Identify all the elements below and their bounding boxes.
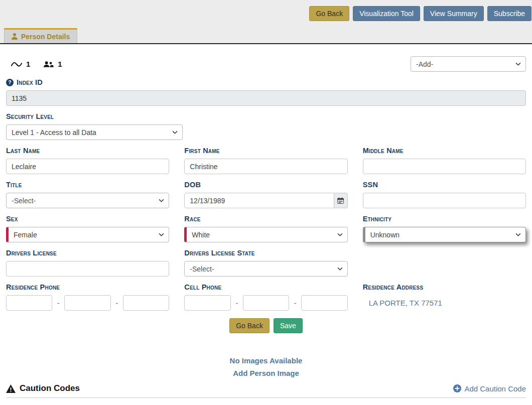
residence-phone-prefix-input[interactable] [64, 295, 110, 311]
race-select[interactable]: White [184, 227, 347, 242]
chevron-down-icon [337, 267, 343, 271]
bottom-divider [6, 397, 526, 398]
phone-address-row: Residence Phone - - Cell Phone - - [6, 277, 526, 311]
caution-codes-heading: Caution Codes [6, 383, 80, 393]
license-row: Drivers License Drivers License State -S… [6, 242, 526, 277]
activity-counter: 1 [11, 60, 30, 68]
people-group-icon [43, 61, 54, 68]
add-caution-code-link[interactable]: Add Caution Code [453, 384, 526, 393]
last-name-field: Last Name [6, 140, 169, 174]
ethnicity-value: Unknown [370, 231, 400, 239]
dob-input[interactable] [184, 193, 334, 208]
dob-label: DOB [184, 181, 347, 189]
empty-cell [363, 242, 526, 277]
title-select[interactable]: -Select- [6, 193, 169, 208]
no-images-text: No Images Available [6, 356, 526, 365]
ethnicity-field: Ethnicity Unknown [363, 208, 526, 242]
security-level-label: Security Level [6, 112, 526, 120]
view-summary-button[interactable]: View Summary [424, 6, 484, 21]
race-field: Race White [184, 208, 347, 242]
middle-name-label: Middle Name [363, 147, 526, 155]
caution-codes-section: Caution Codes Add Caution Code [6, 383, 526, 393]
sex-field: Sex Female [6, 208, 169, 242]
drivers-license-input[interactable] [6, 261, 169, 277]
dob-input-group [184, 193, 347, 208]
record-counters: 1 1 [6, 60, 62, 68]
main-content: 1 1 -Add- ? Index ID Security Le [0, 56, 532, 398]
sex-race-ethnicity-row: Sex Female Race White Ethnicit [6, 208, 526, 242]
group-count: 1 [58, 60, 62, 68]
tab-person-details[interactable]: Person Details [4, 28, 77, 43]
cell-phone-label: Cell Phone [184, 283, 347, 291]
top-toolbar: Go Back Visualization Tool View Summary … [0, 0, 532, 21]
ethnicity-label: Ethnicity [363, 215, 526, 223]
go-back-button-top[interactable]: Go Back [309, 6, 349, 21]
summary-row: 1 1 -Add- [6, 56, 526, 72]
title-label: Title [6, 181, 169, 189]
visualization-tool-button[interactable]: Visualization Tool [353, 6, 420, 21]
title-value: -Select- [12, 197, 36, 205]
drivers-license-state-field: Drivers License State -Select- [184, 242, 347, 277]
first-name-input[interactable] [184, 159, 347, 174]
cell-phone-group: - - [184, 295, 347, 311]
chevron-down-icon [515, 62, 521, 66]
ssn-field: SSN [363, 174, 526, 208]
person-details-page: Go Back Visualization Tool View Summary … [0, 0, 532, 405]
last-name-input[interactable] [6, 159, 169, 174]
middle-name-field: Middle Name [363, 140, 526, 174]
tab-label: Person Details [21, 33, 70, 41]
caution-codes-heading-text: Caution Codes [20, 383, 80, 393]
cell-phone-prefix-input[interactable] [243, 295, 289, 311]
dob-field: DOB [184, 174, 347, 208]
title-field: Title -Select- [6, 174, 169, 208]
index-id-label: ? Index ID [6, 78, 526, 86]
chevron-down-icon [172, 130, 178, 134]
title-dob-ssn-row: Title -Select- DOB [6, 174, 526, 208]
group-counter: 1 [43, 60, 62, 68]
sex-value: Female [14, 231, 37, 239]
calendar-icon [337, 197, 344, 204]
cell-phone-field: Cell Phone - - [184, 277, 347, 311]
residence-phone-area-input[interactable] [6, 295, 52, 311]
sex-select[interactable]: Female [6, 227, 169, 242]
ethnicity-select[interactable]: Unknown [363, 227, 526, 242]
ssn-label: SSN [363, 181, 526, 189]
subscribe-button[interactable]: Subscribe [487, 6, 531, 21]
cell-phone-line-input[interactable] [301, 295, 347, 311]
drivers-license-state-label: Drivers License State [184, 249, 347, 257]
first-name-field: First Name [184, 140, 347, 174]
activity-icon [11, 61, 22, 68]
calendar-button[interactable] [334, 193, 348, 208]
header: Go Back Visualization Tool View Summary … [0, 0, 532, 44]
tab-bar: Person Details [0, 21, 532, 43]
security-level-select[interactable]: Level 1 - Access to all Data [6, 124, 183, 140]
residence-phone-group: - - [6, 295, 169, 311]
phone-separator: - [231, 299, 243, 307]
save-button[interactable]: Save [274, 318, 303, 333]
activity-count: 1 [26, 60, 30, 68]
index-id-input[interactable] [6, 90, 526, 106]
add-select-value: -Add- [416, 60, 433, 68]
sex-label: Sex [6, 215, 169, 223]
residence-phone-line-input[interactable] [123, 295, 169, 311]
drivers-license-state-select[interactable]: -Select- [184, 261, 347, 277]
race-label: Race [184, 215, 347, 223]
plus-circle-icon [453, 384, 461, 392]
residence-phone-field: Residence Phone - - [6, 277, 169, 311]
chevron-down-icon [515, 233, 521, 236]
security-level-value: Level 1 - Access to all Data [12, 128, 96, 137]
drivers-license-label: Drivers License [6, 249, 169, 257]
drivers-license-state-value: -Select- [190, 265, 214, 273]
residence-address-value: LA PORTE, TX 77571 [363, 295, 526, 307]
residence-address-field: Residence Address LA PORTE, TX 77571 [363, 277, 526, 311]
ssn-input[interactable] [363, 193, 526, 208]
cell-phone-area-input[interactable] [184, 295, 230, 311]
residence-address-label: Residence Address [363, 283, 526, 291]
phone-separator: - [52, 299, 64, 307]
add-select[interactable]: -Add- [411, 56, 526, 72]
help-icon[interactable]: ? [6, 79, 14, 86]
add-person-image-link[interactable]: Add Person Image [6, 369, 526, 377]
go-back-button[interactable]: Go Back [229, 318, 270, 333]
middle-name-input[interactable] [363, 159, 526, 174]
form-actions: Go Back Save [6, 318, 526, 333]
